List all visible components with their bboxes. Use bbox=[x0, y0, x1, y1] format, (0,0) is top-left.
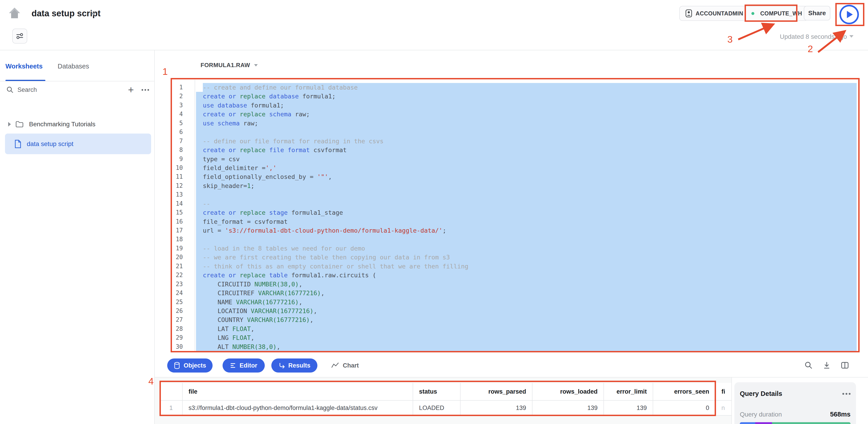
line-number: 1 bbox=[168, 83, 183, 92]
context-selector[interactable]: ACCOUNTADMIN COMPUTE_WH bbox=[679, 6, 808, 21]
code-line: field_optionally_enclosed_by = '"', bbox=[196, 172, 857, 181]
code-line bbox=[196, 235, 857, 244]
editor-line-numbers: 1234567891011121314151617181920212223242… bbox=[168, 83, 183, 351]
code-line: create or replace database formula1; bbox=[196, 92, 857, 101]
worksheet-label: data setup script bbox=[27, 140, 73, 148]
split-view-icon[interactable] bbox=[841, 361, 849, 369]
line-number: 28 bbox=[168, 324, 183, 333]
code-line: create or replace schema raw; bbox=[196, 110, 857, 119]
query-duration-label: Query duration bbox=[740, 411, 782, 418]
line-number: 15 bbox=[168, 208, 183, 217]
table-cell: 0 bbox=[653, 401, 716, 416]
line-number: 11 bbox=[168, 172, 183, 181]
home-icon[interactable] bbox=[8, 6, 21, 20]
role-badge-icon bbox=[685, 9, 692, 18]
chart-label: Chart bbox=[343, 362, 359, 369]
annotation-label-3: 3 bbox=[727, 34, 733, 45]
column-header-error_limit: error_limit bbox=[604, 383, 653, 401]
sql-editor[interactable]: -- create and define our formula1 databa… bbox=[196, 83, 857, 351]
title-dropdown-caret-icon[interactable] bbox=[91, 13, 96, 15]
details-pane-divider bbox=[732, 378, 732, 424]
code-line: type = csv bbox=[196, 155, 857, 163]
line-number: 18 bbox=[168, 235, 183, 244]
chart-line-icon bbox=[331, 362, 339, 369]
share-button[interactable]: Share bbox=[804, 6, 830, 21]
annotation-label-1: 1 bbox=[162, 66, 168, 77]
page-title: data setup script bbox=[32, 9, 100, 19]
code-line: CIRCUITREF VARCHAR(16777216), bbox=[196, 289, 857, 297]
filters-button[interactable] bbox=[12, 29, 27, 43]
line-number: 26 bbox=[168, 306, 183, 316]
objects-button[interactable]: Objects bbox=[167, 358, 213, 372]
updated-status: Updated 8 seconds ago bbox=[744, 33, 847, 40]
editor-gutter-divider bbox=[195, 80, 195, 351]
column-header-partial: fi bbox=[716, 383, 732, 401]
code-line: CIRCUITID NUMBER(38,0), bbox=[196, 280, 857, 289]
query-details-title: Query Details bbox=[740, 390, 782, 397]
search-icon bbox=[6, 86, 14, 94]
editor-context-dropdown[interactable]: FORMULA1.RAW bbox=[200, 62, 258, 69]
warehouse-selector[interactable]: COMPUTE_WH bbox=[760, 10, 802, 17]
column-header-rows_parsed: rows_parsed bbox=[461, 383, 532, 401]
warehouse-status-dot bbox=[751, 12, 754, 15]
sidebar-item-selected-worksheet[interactable]: data setup script bbox=[5, 134, 151, 154]
database-icon bbox=[174, 362, 180, 369]
table-cell: s3://formula1-dbt-cloud-python-demo/form… bbox=[183, 401, 413, 416]
results-arrow-icon bbox=[278, 362, 285, 369]
download-icon[interactable] bbox=[823, 361, 831, 369]
updated-dropdown-caret-icon[interactable] bbox=[849, 35, 854, 38]
role-selector[interactable]: ACCOUNTADMIN bbox=[695, 10, 743, 17]
query-details-menu-button[interactable] bbox=[842, 393, 850, 395]
annotation-label-4: 4 bbox=[148, 376, 154, 387]
results-label: Results bbox=[288, 362, 311, 369]
code-line: url = 's3://formula1-dbt-cloud-python-de… bbox=[196, 226, 857, 235]
code-line: LNG FLOAT, bbox=[196, 333, 857, 342]
code-line: use database formula1; bbox=[196, 101, 857, 110]
table-row[interactable]: 1s3://formula1-dbt-cloud-python-demo/for… bbox=[160, 401, 732, 416]
line-number: 14 bbox=[168, 199, 183, 208]
line-number: 10 bbox=[168, 163, 183, 172]
table-cell: LOADED bbox=[413, 401, 461, 416]
code-line: use schema raw; bbox=[196, 119, 857, 128]
sliders-icon bbox=[16, 32, 24, 40]
code-line bbox=[196, 190, 857, 199]
folder-icon bbox=[16, 121, 24, 128]
tab-databases[interactable]: Databases bbox=[58, 63, 89, 70]
search-results-icon[interactable] bbox=[804, 361, 813, 369]
new-worksheet-button[interactable]: + bbox=[128, 85, 134, 94]
code-line: LOCATION VARCHAR(16777216), bbox=[196, 306, 857, 316]
line-number: 29 bbox=[168, 333, 183, 342]
tab-worksheets[interactable]: Worksheets bbox=[5, 63, 43, 70]
line-number: 19 bbox=[168, 244, 183, 253]
line-number: 21 bbox=[168, 262, 183, 271]
chart-tab[interactable]: Chart bbox=[331, 358, 359, 372]
line-number: 6 bbox=[168, 128, 183, 136]
search-input[interactable]: Search bbox=[18, 87, 128, 93]
sidebar-item-folder[interactable]: Benchmarking Tutorials bbox=[5, 118, 151, 131]
results-button[interactable]: Results bbox=[271, 358, 317, 372]
worksheet-search[interactable]: Search + bbox=[6, 85, 149, 95]
table-cell: 139 bbox=[532, 401, 604, 416]
run-button[interactable] bbox=[839, 5, 859, 24]
chevron-right-icon[interactable] bbox=[8, 122, 11, 127]
line-number: 2 bbox=[168, 92, 183, 101]
code-line: -- define our file format for reading in… bbox=[196, 137, 857, 145]
editor-button[interactable]: Editor bbox=[222, 358, 265, 372]
editor-label: Editor bbox=[240, 362, 257, 369]
line-number: 4 bbox=[168, 110, 183, 119]
code-line: -- think of this as an empty container o… bbox=[196, 262, 857, 271]
sidebar-tabs-divider bbox=[0, 81, 154, 81]
duration-bar-segment bbox=[755, 422, 772, 424]
line-number: 5 bbox=[168, 119, 183, 128]
folder-label: Benchmarking Tutorials bbox=[29, 121, 95, 128]
line-number: 20 bbox=[168, 253, 183, 262]
column-header-rows_loaded: rows_loaded bbox=[532, 383, 604, 401]
sidebar-divider bbox=[154, 50, 155, 424]
code-line: ALT NUMBER(38,0), bbox=[196, 343, 857, 351]
sidebar-more-button[interactable] bbox=[142, 89, 149, 91]
objects-label: Objects bbox=[184, 362, 206, 369]
line-number: 16 bbox=[168, 217, 183, 226]
line-number: 3 bbox=[168, 101, 183, 110]
results-table: filestatusrows_parsedrows_loadederror_li… bbox=[160, 383, 732, 416]
code-line: LAT FLOAT, bbox=[196, 324, 857, 333]
